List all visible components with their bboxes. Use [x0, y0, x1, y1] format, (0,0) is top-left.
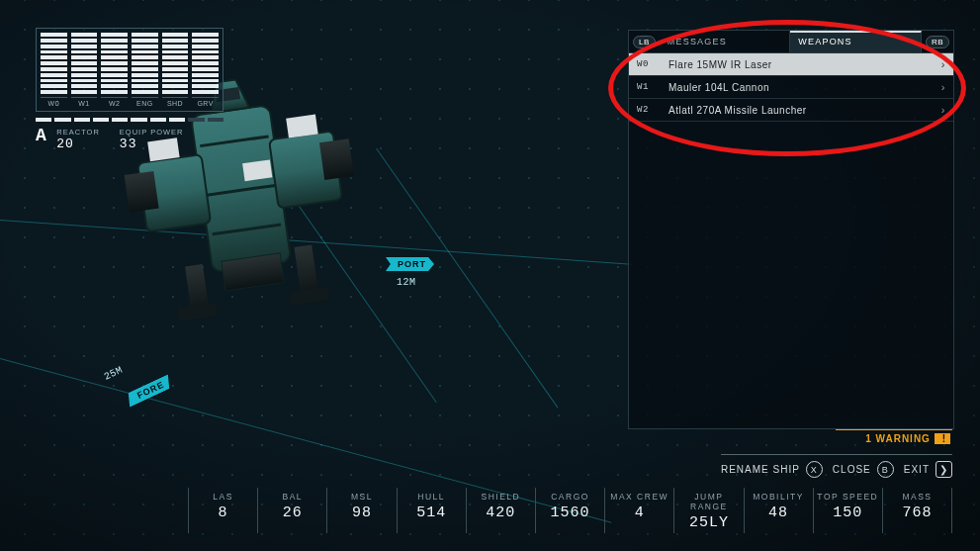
equip-power-label: EQUIP POWER — [120, 128, 184, 137]
gauge-label: W0 — [41, 97, 67, 107]
equip-power-readout: EQUIP POWER 33 — [120, 128, 184, 151]
stat-max-crew: MAX CREW4 — [604, 488, 673, 533]
stat-value: 25LY — [676, 514, 741, 531]
weapon-slot-label: W1 — [637, 82, 655, 92]
port-axis-label: PORT — [398, 259, 426, 269]
stat-value: 420 — [469, 505, 533, 521]
stat-value: 26 — [260, 505, 324, 521]
reactor-readout: REACTOR 20 — [56, 128, 100, 151]
weapon-slot-label: W0 — [637, 59, 655, 69]
stat-label: JUMP RANGE — [676, 492, 741, 511]
stat-value: 4 — [607, 505, 671, 521]
stat-shield: SHIELD420 — [466, 488, 535, 533]
stat-msl: MSL98 — [326, 488, 396, 533]
rename-ship-button[interactable]: RENAME SHIP X — [721, 461, 823, 478]
stat-label: MOBILITY — [747, 492, 811, 502]
gauge-label: GRV — [192, 97, 219, 107]
gauge-label: W2 — [101, 97, 128, 107]
svg-rect-4 — [125, 171, 159, 213]
port-axis-tag: PORT — [386, 257, 434, 271]
power-gauge-w1[interactable]: W1 — [71, 33, 98, 107]
stat-label: CARGO — [538, 492, 602, 502]
weapon-row-w1[interactable]: W1Mauler 104L Cannon› — [629, 76, 953, 99]
weapon-row-w2[interactable]: W2Atlatl 270A Missile Launcher› — [629, 99, 953, 122]
exit-button[interactable]: EXIT ❯ — [904, 461, 952, 478]
stat-label: HULL — [400, 492, 464, 502]
stat-label: MSL — [329, 492, 394, 502]
panel-tab-row: LB MESSAGESWEAPONS RB — [629, 31, 953, 53]
svg-rect-14 — [289, 287, 330, 306]
action-row: 1 WARNING RENAME SHIP X CLOSE B EXIT ❯ — [721, 428, 952, 478]
weapon-slot-label: W2 — [637, 105, 655, 115]
stat-value: 98 — [329, 505, 394, 521]
stat-value: 514 — [400, 505, 464, 521]
stat-mass: MASS768 — [882, 488, 952, 533]
weapon-name: Mauler 104L Cannon — [668, 82, 928, 93]
b-key-icon: B — [877, 461, 894, 478]
rb-bumper-icon[interactable]: RB — [926, 36, 949, 48]
stat-top-speed: TOP SPEED150 — [813, 488, 882, 533]
stat-value: 48 — [747, 505, 811, 521]
stat-label: MAX CREW — [607, 492, 671, 502]
stat-value: 768 — [885, 505, 949, 521]
weapon-rows: W0Flare 15MW IR Laser›W1Mauler 104L Cann… — [629, 53, 953, 122]
chevron-right-icon: › — [941, 81, 945, 93]
close-button[interactable]: CLOSE B — [833, 461, 894, 478]
stat-label: TOP SPEED — [816, 492, 880, 502]
power-gauge-grv[interactable]: GRV — [192, 33, 219, 107]
chevron-right-icon: › — [941, 58, 945, 70]
power-gauge-shd[interactable]: SHD — [162, 33, 189, 107]
reactor-label: REACTOR — [56, 128, 100, 137]
exit-label: EXIT — [904, 464, 930, 475]
power-gauge-eng[interactable]: ENG — [132, 33, 158, 107]
side-panel: LB MESSAGESWEAPONS RB W0Flare 15MW IR La… — [628, 30, 954, 429]
warning-badge[interactable]: 1 WARNING — [836, 429, 952, 450]
equip-power-value: 33 — [120, 137, 184, 151]
power-gauges: W0W1W2ENGSHDGRV — [36, 28, 223, 112]
svg-rect-8 — [286, 115, 317, 138]
exit-icon: ❯ — [935, 461, 952, 478]
gauge-label: W1 — [71, 97, 98, 107]
stat-value: 8 — [191, 505, 255, 521]
svg-rect-6 — [319, 138, 354, 180]
reactor-value: 20 — [56, 137, 100, 151]
ship-stat-bar: LAS8BAL26MSL98HULL514SHIELD420CARGO1560M… — [188, 488, 952, 533]
gauge-label: ENG — [132, 97, 158, 107]
close-label: CLOSE — [833, 464, 871, 475]
weapon-name: Atlatl 270A Missile Launcher — [668, 105, 928, 116]
svg-rect-13 — [177, 302, 219, 321]
stat-cargo: CARGO1560 — [535, 488, 604, 533]
chevron-right-icon: › — [941, 104, 945, 116]
gauge-label: SHD — [162, 97, 189, 107]
weapon-row-w0[interactable]: W0Flare 15MW IR Laser› — [629, 53, 953, 76]
stat-label: SHIELD — [469, 492, 533, 502]
tab-messages[interactable]: MESSAGES — [660, 31, 791, 52]
stat-mobility: MOBILITY48 — [744, 488, 813, 533]
panel-body-empty — [629, 122, 953, 428]
power-gauge-w2[interactable]: W2 — [101, 33, 128, 107]
stat-bal: BAL26 — [257, 488, 326, 533]
stat-jump-range: JUMP RANGE25LY — [673, 488, 743, 533]
tab-weapons[interactable]: WEAPONS — [790, 31, 922, 52]
stat-value: 1560 — [538, 505, 602, 521]
x-key-icon: X — [806, 461, 823, 478]
rename-ship-label: RENAME SHIP — [721, 464, 800, 475]
port-measure: 12M — [397, 277, 416, 288]
power-gauge-w0[interactable]: W0 — [41, 33, 67, 107]
weapon-name: Flare 15MW IR Laser — [668, 59, 928, 70]
stat-label: LAS — [191, 492, 255, 502]
stat-label: MASS — [885, 492, 949, 502]
power-gauge-block: W0W1W2ENGSHDGRV A REACTOR 20 EQUIP POWER… — [36, 28, 223, 151]
stat-las: LAS8 — [188, 488, 257, 533]
stat-label: BAL — [260, 492, 324, 502]
ship-marker-icon: A — [36, 122, 46, 145]
stat-value: 150 — [816, 505, 880, 521]
lb-bumper-icon[interactable]: LB — [633, 36, 656, 48]
stat-hull: HULL514 — [397, 488, 466, 533]
